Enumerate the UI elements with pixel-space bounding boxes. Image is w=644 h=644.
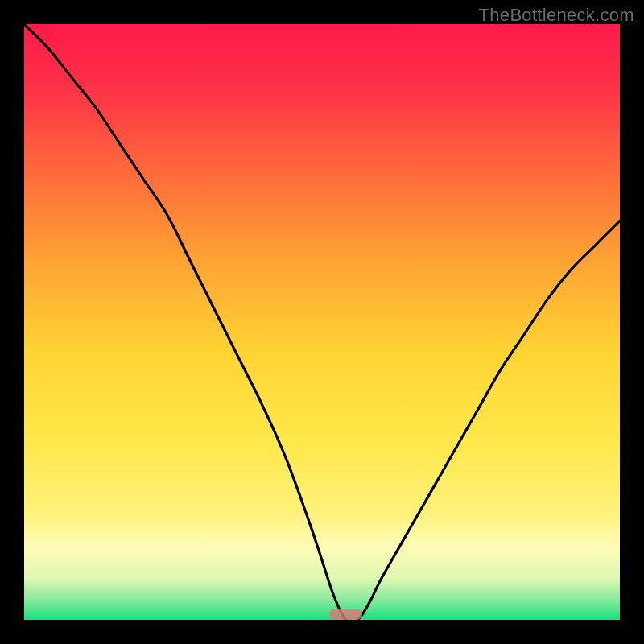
optimum-marker <box>329 609 362 620</box>
plot-area <box>24 24 620 620</box>
chart-frame: TheBottleneck.com <box>0 0 644 644</box>
watermark-text: TheBottleneck.com <box>479 5 634 26</box>
bottleneck-curve <box>24 24 620 620</box>
